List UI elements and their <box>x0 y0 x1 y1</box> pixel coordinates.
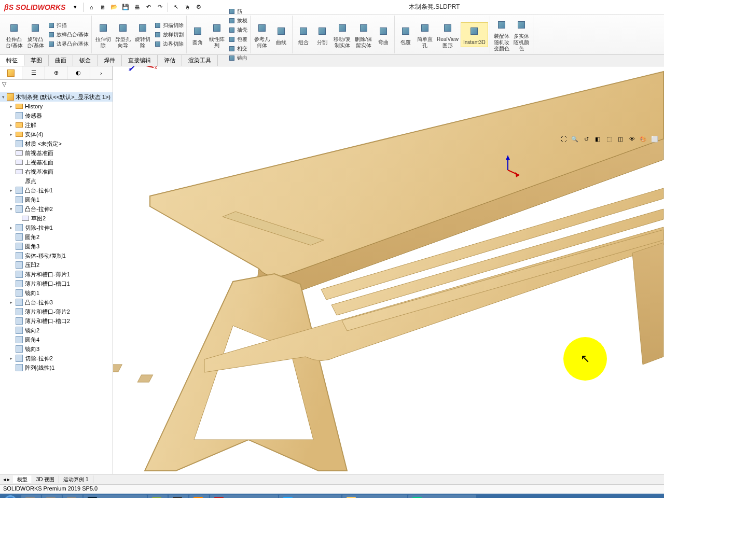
taskbar-item[interactable] <box>148 495 168 498</box>
ribbon-button[interactable]: 旋转凸 台/基体 <box>25 20 46 50</box>
ribbon-button[interactable]: 组合 <box>294 23 313 47</box>
ribbon-button-small[interactable]: 相交 <box>227 44 248 53</box>
expand-icon[interactable]: ▸ <box>8 121 13 129</box>
tree-item[interactable]: ▾凸台-拉伸2 <box>0 204 113 214</box>
collapse-icon[interactable]: ▾ <box>2 93 5 101</box>
tree-item[interactable]: 薄片和槽口-薄片2 <box>0 307 113 316</box>
tree-item[interactable]: ▸切除-拉伸2 <box>0 354 113 363</box>
ribbon-button-small[interactable]: 筋 <box>227 7 248 16</box>
open-icon[interactable]: 📂 <box>108 2 120 13</box>
tree-item[interactable]: 压凹2 <box>0 260 113 270</box>
tree-item[interactable]: 圆角1 <box>0 195 113 204</box>
tree-item[interactable]: 薄片和槽口-槽口1 <box>0 279 113 288</box>
motion-tab[interactable]: 模型 <box>13 475 32 483</box>
command-tab[interactable]: 直接编辑 <box>122 55 158 66</box>
ribbon-button-small[interactable]: 包覆 <box>227 35 248 44</box>
ribbon-button[interactable]: RealView 图形 <box>435 20 461 50</box>
ribbon-button[interactable]: 分割 <box>313 23 331 47</box>
taskbar-item[interactable]: 我的Android手机 <box>279 495 341 498</box>
taskbar-item[interactable] <box>189 495 209 498</box>
command-tab[interactable]: 焊件 <box>98 55 122 66</box>
tree-item[interactable]: 前视基准面 <box>0 148 113 158</box>
options-icon[interactable]: ⚙ <box>193 2 204 13</box>
tab-nav-icon[interactable]: ◂ ▸ <box>0 477 13 482</box>
tree-item[interactable]: 阵列(线性)1 <box>0 363 113 372</box>
ribbon-button-small[interactable]: 放样凸台/基体 <box>46 30 90 39</box>
config-tab[interactable]: ⊕ <box>45 66 67 79</box>
ribbon-button[interactable]: 圆角 <box>188 23 207 47</box>
taskbar-item[interactable]: SOLIDWORKS P... <box>210 495 278 498</box>
appearance-tab[interactable]: ◐ <box>67 66 90 79</box>
ribbon-button-small[interactable]: 拔模 <box>227 16 248 25</box>
tree-item[interactable]: 薄片和槽口-薄片1 <box>0 270 113 279</box>
ribbon-button-small[interactable]: 抽壳 <box>227 25 248 35</box>
tree-item[interactable]: ▸History <box>0 102 113 111</box>
taskbar-item[interactable] <box>169 495 188 498</box>
expand-tab[interactable]: › <box>90 66 113 79</box>
expand-icon[interactable]: ▸ <box>8 130 13 138</box>
tree-item[interactable]: 传感器 <box>0 111 113 120</box>
tree-root[interactable]: ▾ 木制条凳 (默认<<默认>_显示状态 1>) <box>0 92 113 102</box>
tree-item[interactable]: ▸凸台-拉伸3 <box>0 298 113 307</box>
ribbon-button-small[interactable]: 边界凸台/基体 <box>46 39 90 49</box>
tree-item[interactable]: 实体-移动/复制1 <box>0 251 113 260</box>
expand-icon[interactable]: ▸ <box>8 354 13 362</box>
ribbon-button[interactable]: 包覆 <box>396 23 415 47</box>
undo-icon[interactable]: ↶ <box>143 2 154 13</box>
ribbon-button[interactable]: 参考几 何体 <box>252 20 272 50</box>
motion-tab[interactable]: 运动算例 1 <box>59 475 93 483</box>
ribbon-button[interactable]: 拉伸凸 台/基体 <box>4 20 25 50</box>
ribbon-button[interactable]: 装配体 随机改 变颜色 <box>492 17 511 53</box>
tree-item[interactable]: 右视基准面 <box>0 167 113 176</box>
tree-item[interactable]: 材质 <未指定> <box>0 139 113 148</box>
command-tab[interactable]: 曲面 <box>49 55 73 66</box>
ribbon-button-small[interactable]: 扫描 <box>46 21 90 30</box>
taskbar-item[interactable]: H:\微信公众号\0... <box>342 495 407 498</box>
tree-item[interactable]: 草图2 <box>0 214 113 223</box>
ribbon-button[interactable]: 多实体 随机颜 色 <box>511 17 531 53</box>
tree-item[interactable]: 上视基准面 <box>0 158 113 167</box>
ribbon-button[interactable]: 简单直 孔 <box>415 20 435 50</box>
motion-tab[interactable]: 3D 视图 <box>32 475 60 483</box>
tree-item[interactable]: 镜向1 <box>0 288 113 298</box>
taskbar-item[interactable] <box>21 495 41 498</box>
ribbon-button[interactable]: 异型孔 向导 <box>113 20 133 50</box>
ribbon-button[interactable]: 线性阵 列 <box>207 20 227 50</box>
tree-item[interactable]: ▸实体(4) <box>0 130 113 139</box>
select-icon[interactable]: ↖ <box>170 2 182 13</box>
ribbon-button[interactable]: 曲线 <box>272 23 290 47</box>
command-tab[interactable]: 渲染工具 <box>182 55 218 66</box>
tree-item[interactable]: 圆角2 <box>0 232 113 242</box>
tree-item[interactable]: 圆角4 <box>0 335 113 344</box>
redo-icon[interactable]: ↷ <box>154 2 165 13</box>
expand-icon[interactable]: ▸ <box>8 298 13 306</box>
home-icon[interactable]: ⌂ <box>86 2 97 13</box>
graphics-viewport[interactable]: ⛶ 🔍 ↺ ◧ ⬚ ◫ 👁 🎨 ⬜ <box>113 66 664 474</box>
tree-item[interactable]: 镜向3 <box>0 344 113 354</box>
ribbon-button[interactable]: 移动/复 制实体 <box>331 20 353 50</box>
command-tab[interactable]: 评估 <box>158 55 182 66</box>
expand-icon[interactable]: ▸ <box>8 102 13 110</box>
tree-item[interactable]: ▸注解 <box>0 120 113 130</box>
tree-item[interactable]: 薄片和槽口-槽口2 <box>0 316 113 326</box>
ribbon-button-small[interactable]: 边界切除 <box>153 39 185 49</box>
property-tab[interactable]: ☰ <box>22 66 45 79</box>
ribbon-button[interactable]: 拉伸切 除 <box>93 20 113 50</box>
expand-icon[interactable]: ▾ <box>8 205 13 213</box>
taskbar-item[interactable] <box>42 495 62 498</box>
tree-item[interactable]: 原点 <box>0 176 113 186</box>
feature-tree-tab[interactable] <box>0 66 22 79</box>
taskbar-item[interactable] <box>63 495 82 498</box>
expand-icon[interactable]: ▸ <box>8 186 13 194</box>
taskbar-item[interactable]: 公众号 - 360极速... <box>408 495 476 498</box>
taskbar-item[interactable]: Adobe Photosh... <box>84 495 147 498</box>
tree-item[interactable]: ▸切除-拉伸1 <box>0 223 113 232</box>
ribbon-button[interactable]: 旋转切 除 <box>133 20 153 50</box>
save-icon[interactable]: 💾 <box>120 2 131 13</box>
print-icon[interactable]: 🖶 <box>131 2 143 13</box>
tree-item[interactable]: 镜向2 <box>0 326 113 335</box>
command-tab[interactable]: 钣金 <box>73 55 98 66</box>
new-icon[interactable]: 🗎 <box>97 2 108 13</box>
tree-item[interactable]: ▸凸台-拉伸1 <box>0 186 113 195</box>
dropdown-icon[interactable]: ▾ <box>70 2 81 13</box>
